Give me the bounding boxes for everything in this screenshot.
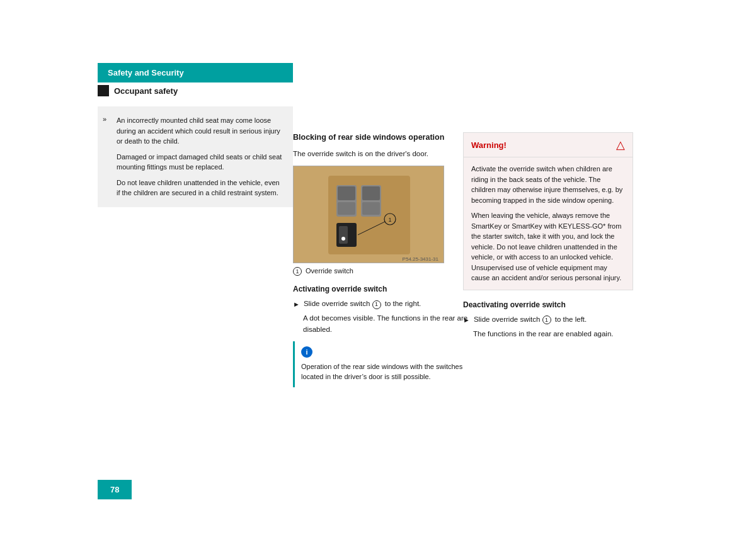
- section-indicator: [98, 85, 109, 96]
- circle-ref-2: 1: [542, 315, 551, 324]
- deactivating-title: Deactivating override switch: [463, 300, 633, 309]
- deactivating-result: The functions in the rear are enabled ag…: [463, 329, 633, 339]
- svg-text:P54.25-3431-31: P54.25-3431-31: [403, 256, 439, 262]
- middle-panel: Blocking of rear side windows operation …: [293, 132, 469, 387]
- warning-header-box: Warning! △: [463, 132, 633, 157]
- warning-para-2: Damaged or impact damaged child seats or…: [117, 152, 284, 173]
- warning-triangle-icon: △: [616, 138, 625, 152]
- page-container: Safety and Security Occupant safety » An…: [0, 0, 756, 534]
- svg-rect-3: [338, 186, 355, 200]
- svg-rect-7: [362, 202, 380, 215]
- activating-step-text: Slide override switch 1 to the right.: [304, 298, 421, 309]
- deactivating-step-item: ► Slide override switch 1 to the left.: [463, 314, 633, 326]
- header-bar: Safety and Security: [98, 63, 293, 82]
- warning-para-right-2: When leaving the vehicle, always remove …: [471, 210, 625, 283]
- warning-header-title: Warning!: [471, 140, 507, 150]
- activating-step-item: ► Slide override switch 1 to the right.: [293, 298, 469, 310]
- circle-ref-1: 1: [372, 300, 381, 309]
- circle-num-1: 1: [293, 267, 302, 276]
- info-box: i Operation of the rear side windows wit…: [293, 341, 469, 387]
- child-seat-warning-box: » An incorrectly mounted child seat may …: [98, 106, 293, 207]
- page-number: 78: [110, 485, 119, 494]
- svg-rect-4: [338, 202, 355, 215]
- info-text: Operation of the rear side windows with …: [301, 361, 463, 382]
- section-title-bar: Occupant safety: [98, 85, 293, 96]
- warning-para-1: An incorrectly mounted child seat may co…: [117, 115, 284, 147]
- svg-point-10: [341, 237, 345, 241]
- activating-title: Activating override switch: [293, 285, 469, 293]
- blocking-title: Blocking of rear side windows operation: [293, 132, 469, 144]
- warning-para-right-1: Activate the override switch when childr…: [471, 164, 625, 205]
- door-panel-svg: 1 P54.25-3431-31: [294, 166, 444, 263]
- warning-content-box: Activate the override switch when childr…: [463, 157, 633, 290]
- right-panel: Warning! △ Activate the override switch …: [463, 132, 633, 346]
- info-icon: i: [301, 346, 312, 358]
- deactivating-step-text: Slide override switch 1 to the left.: [474, 314, 587, 325]
- bullet-arrow-icon: ►: [293, 299, 300, 310]
- override-intro: The override switch is on the driver's d…: [293, 149, 469, 159]
- door-panel-image: 1 P54.25-3431-31: [293, 166, 444, 263]
- svg-rect-6: [362, 186, 380, 200]
- page-number-box: 78: [98, 480, 132, 499]
- warning-para-3: Do not leave children unattended in the …: [117, 178, 284, 198]
- image-caption: 1 Override switch: [293, 267, 469, 276]
- header-title: Safety and Security: [108, 68, 184, 77]
- svg-rect-9: [339, 226, 348, 244]
- left-panel: Safety and Security Occupant safety » An…: [98, 63, 293, 207]
- activating-result: A dot becomes visible. The functions in …: [293, 313, 469, 335]
- section-title: Occupant safety: [114, 86, 178, 96]
- deactivating-bullet-icon: ►: [463, 315, 470, 326]
- svg-text:1: 1: [388, 217, 391, 223]
- double-arrow-icon: »: [103, 115, 106, 123]
